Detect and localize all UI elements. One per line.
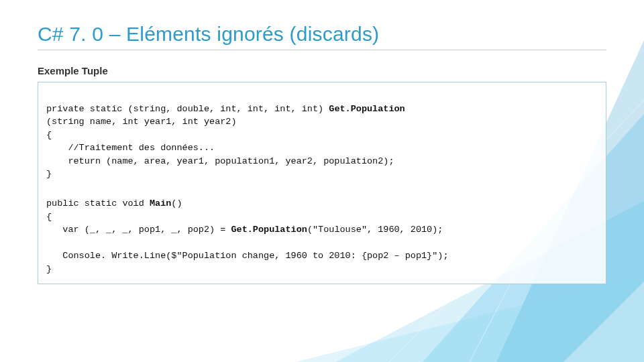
code-identifier: Get.Population: [329, 104, 405, 114]
slide-subtitle: Exemple Tuple: [38, 65, 606, 76]
code-line: (string name, int year1, int year2): [46, 117, 237, 127]
code-line: }: [46, 169, 52, 179]
code-line: private static (string, double, int, int…: [46, 104, 329, 114]
content-area: C# 7. 0 – Eléments ignorés (discards) Ex…: [0, 0, 644, 284]
code-line: {: [46, 130, 52, 140]
code-line: return (name, area, year1, population1, …: [46, 156, 394, 166]
code-line: (): [171, 198, 182, 208]
code-line: }: [46, 264, 52, 274]
code-block-1: private static (string, double, int, int…: [46, 103, 598, 181]
code-line: //Traitement des données...: [46, 143, 215, 153]
code-identifier: Main: [150, 198, 171, 208]
code-line: var (_, _, _, pop1, _, pop2) =: [46, 225, 231, 235]
code-line: public static void: [46, 198, 150, 208]
slide: C# 7. 0 – Eléments ignorés (discards) Ex…: [0, 0, 644, 362]
code-box: private static (string, double, int, int…: [38, 82, 606, 284]
svg-marker-4: [564, 282, 644, 362]
code-line: {: [46, 212, 52, 222]
code-line: Console. Write.Line($"Population change,…: [46, 251, 449, 261]
code-identifier: Get.Population: [231, 225, 307, 235]
svg-marker-3: [295, 275, 644, 362]
code-line: ("Toulouse", 1960, 2010);: [307, 225, 443, 235]
slide-title: C# 7. 0 – Eléments ignorés (discards): [38, 23, 606, 50]
code-block-2: public static void Main() { var (_, _, _…: [46, 197, 598, 276]
